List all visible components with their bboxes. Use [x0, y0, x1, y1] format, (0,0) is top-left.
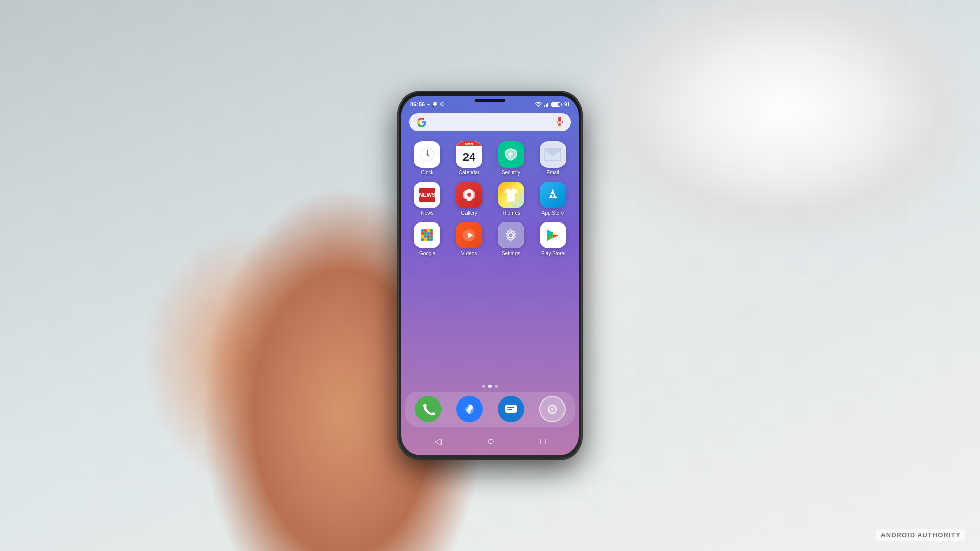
google-app-icon [414, 222, 440, 248]
svg-point-11 [427, 154, 428, 156]
phone-device: 06:56 ∞ 💬 ⚇ [398, 92, 582, 459]
dot-2 [488, 385, 492, 388]
home-button[interactable]: ○ [487, 435, 494, 448]
svg-rect-27 [424, 232, 427, 235]
security-label: Security [502, 170, 520, 176]
google-label: Google [419, 251, 435, 256]
recent-button[interactable]: □ [540, 436, 546, 447]
nav-bar: ◁ ○ □ [401, 431, 579, 455]
svg-rect-25 [430, 229, 433, 232]
messages-icon [498, 396, 524, 422]
camera-icon [539, 396, 566, 422]
dock [405, 392, 575, 427]
calendar-date: 24 [456, 146, 482, 168]
phone-call-icon [415, 396, 442, 422]
svg-rect-37 [430, 238, 433, 241]
watermark: ANDROID AUTHORITY [876, 529, 965, 541]
gallery-label: Gallery [461, 210, 477, 216]
dot-3 [495, 385, 498, 388]
svg-rect-24 [427, 229, 430, 232]
app-item-appstore[interactable]: App Store [535, 182, 570, 216]
dock-camera[interactable] [535, 396, 570, 422]
gallery-icon [456, 182, 482, 208]
app-grid: Clock Wed 24 Calendar [401, 134, 579, 383]
dot-1 [482, 385, 485, 388]
svg-point-0 [538, 106, 539, 107]
clock-icon [414, 141, 440, 168]
svg-rect-36 [427, 238, 430, 241]
svg-rect-28 [427, 232, 430, 235]
dock-messages[interactable] [494, 396, 528, 422]
svg-rect-34 [421, 238, 424, 241]
phone-screen: 06:56 ∞ 💬 ⚇ [401, 96, 579, 455]
dock-browser[interactable] [452, 396, 487, 422]
app-row-3: Google Videos [406, 220, 574, 258]
settings-label: Settings [502, 251, 520, 256]
signal-icon [544, 102, 549, 107]
playstore-icon [540, 222, 566, 248]
svg-point-40 [508, 233, 513, 238]
calendar-day: Wed [456, 141, 482, 146]
svg-rect-1 [544, 105, 545, 107]
themes-label: Themes [502, 210, 520, 216]
wifi-icon [535, 102, 542, 107]
app-item-videos[interactable]: Videos [452, 222, 486, 256]
videos-icon [456, 222, 482, 248]
dock-phone[interactable] [411, 396, 446, 422]
mic-icon[interactable] [556, 117, 564, 128]
app-item-security[interactable]: Security [494, 141, 528, 176]
svg-rect-23 [424, 229, 427, 232]
calendar-icon: Wed 24 [456, 141, 482, 168]
app-item-playstore[interactable]: Play Store [535, 222, 570, 256]
security-icon [498, 141, 524, 168]
svg-text:NEWS: NEWS [419, 192, 436, 198]
app-item-google[interactable]: Google [410, 222, 445, 256]
app-item-clock[interactable]: Clock [410, 141, 445, 176]
google-logo [416, 117, 427, 128]
svg-rect-22 [421, 229, 424, 232]
search-bar[interactable] [409, 113, 571, 131]
svg-rect-26 [421, 232, 424, 235]
phone-speaker [475, 99, 505, 102]
news-label: News [421, 210, 433, 216]
app-item-news[interactable]: NEWS News [410, 182, 445, 216]
browser-icon [456, 396, 483, 422]
extra-status-icon: ⚇ [440, 102, 444, 107]
news-icon: NEWS [414, 182, 440, 208]
svg-rect-35 [424, 238, 427, 241]
calendar-label: Calendar [459, 170, 480, 176]
app-item-calendar[interactable]: Wed 24 Calendar [452, 141, 486, 176]
themes-icon [498, 182, 524, 208]
svg-rect-4 [558, 117, 561, 122]
app-item-email[interactable]: Email [535, 141, 570, 176]
svg-point-45 [551, 408, 554, 411]
status-right: 91 [535, 102, 570, 107]
search-bar-container[interactable] [401, 109, 579, 134]
status-left: 06:56 ∞ 💬 ⚇ [410, 101, 444, 107]
app-row-2: NEWS News [406, 180, 574, 218]
svg-rect-29 [430, 232, 433, 235]
app-item-themes[interactable]: Themes [494, 182, 528, 216]
appstore-icon [540, 182, 566, 208]
clock-label: Clock [421, 170, 433, 176]
app-row-1: Clock Wed 24 Calendar [406, 139, 574, 178]
svg-rect-30 [421, 235, 424, 238]
infinity-icon: ∞ [427, 102, 430, 107]
svg-rect-33 [430, 235, 433, 238]
svg-rect-2 [546, 104, 547, 107]
battery-level: 91 [564, 102, 570, 107]
status-bar: 06:56 ∞ 💬 ⚇ [401, 96, 579, 109]
app-item-gallery[interactable]: Gallery [452, 182, 486, 216]
email-icon [540, 141, 566, 168]
back-button[interactable]: ◁ [434, 436, 442, 447]
app-item-settings[interactable]: Settings [494, 222, 528, 256]
svg-rect-32 [427, 235, 430, 238]
battery-indicator [551, 102, 562, 107]
scene: 06:56 ∞ 💬 ⚇ [0, 0, 980, 551]
message-status-icon: 💬 [432, 102, 438, 107]
appstore-label: App Store [542, 210, 564, 216]
svg-rect-3 [547, 103, 548, 107]
svg-point-19 [467, 193, 471, 197]
status-time: 06:56 [410, 101, 425, 107]
svg-rect-31 [424, 235, 427, 238]
